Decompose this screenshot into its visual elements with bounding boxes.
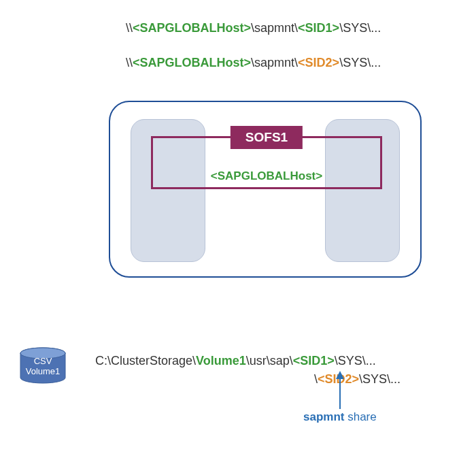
- sofs-role-span: SOFS1 <SAPGLOBALHost>: [151, 136, 382, 189]
- path-segment: \SYS\...: [335, 354, 376, 367]
- path-segment: \sapmnt\: [251, 56, 298, 69]
- sid2-placeholder: <SID2>: [298, 56, 339, 69]
- path-segment: \\: [126, 21, 133, 35]
- csv-volume-disk-icon: CSV Volume1: [19, 347, 67, 384]
- path-segment: \sapmnt\: [251, 21, 298, 35]
- local-path-line-1: C:\ClusterStorage\Volume1\usr\sap\<SID1>…: [95, 354, 401, 368]
- arrow-up-icon: [333, 371, 347, 409]
- sofs-hostname: <SAPGLOBALHost>: [211, 169, 322, 183]
- sid1-placeholder: <SID1>: [298, 21, 339, 35]
- unc-paths: \\<SAPGLOBALHost>\sapmnt\<SID1>\SYS\... …: [126, 20, 381, 71]
- sapmnt-share-suffix: share: [344, 410, 376, 423]
- sapmnt-share-name: sapmnt: [303, 410, 344, 423]
- host-placeholder: <SAPGLOBALHost>: [133, 21, 251, 35]
- sapmnt-share-callout: sapmnt share: [303, 371, 377, 424]
- sid1-placeholder: <SID1>: [293, 354, 335, 367]
- sofs-label: SOFS1: [231, 126, 303, 149]
- volume-placeholder: Volume1: [196, 354, 246, 367]
- unc-path-line-2: \\<SAPGLOBALHost>\sapmnt\<SID2>\SYS\...: [126, 55, 381, 71]
- path-segment: C:\ClusterStorage\: [95, 354, 196, 367]
- path-segment: \SYS\...: [339, 56, 381, 69]
- unc-path-line-1: \\<SAPGLOBALHost>\sapmnt\<SID1>\SYS\...: [126, 20, 381, 36]
- cluster-container: SOFS1 <SAPGLOBALHost>: [109, 101, 422, 278]
- path-segment: \\: [126, 56, 133, 69]
- csv-disk-label-line1: CSV: [19, 357, 67, 367]
- host-placeholder: <SAPGLOBALHost>: [133, 56, 251, 69]
- path-segment: \SYS\...: [339, 21, 381, 35]
- csv-disk-label: CSV Volume1: [19, 357, 67, 377]
- csv-disk-label-line2: Volume1: [19, 367, 67, 377]
- path-segment: \usr\sap\: [246, 354, 293, 367]
- svg-marker-3: [336, 371, 344, 379]
- sapmnt-share-label: sapmnt share: [303, 410, 377, 424]
